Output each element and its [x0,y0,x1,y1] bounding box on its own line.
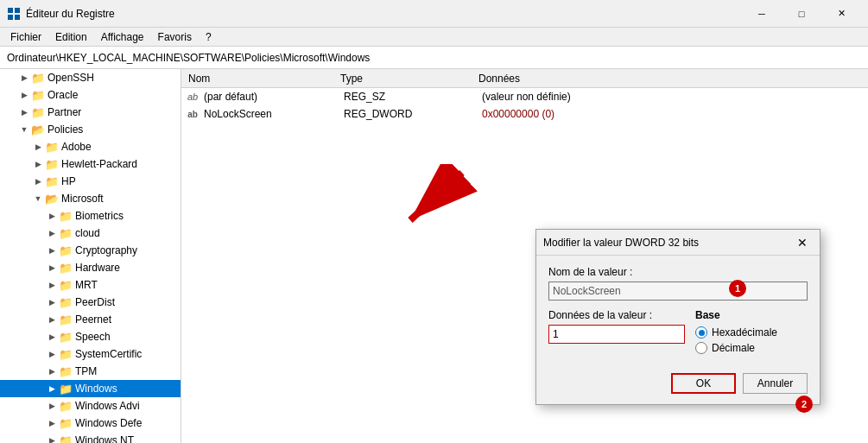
tree-item-windows[interactable]: ▶ 📁 Windows [0,380,181,397]
reg-type-default: REG_SZ [344,91,482,103]
expand-icon: ▶ [45,416,59,430]
tree-item-speech[interactable]: ▶ 📁 Speech [0,328,181,345]
title-bar: Éditeur du Registre ─ □ ✕ [0,0,868,28]
tree-item-hewlett[interactable]: ▶ 📁 Hewlett-Packard [0,155,181,173]
expand-icon: ▶ [45,209,59,223]
tree-item-peerdist[interactable]: ▶ 📁 PeerDist [0,294,181,311]
expand-icon: ▶ [45,313,59,326]
tree-label-hardware: Hardware [75,262,120,274]
expand-icon: ▶ [45,364,59,378]
expand-icon: ▶ [31,174,45,188]
tree-item-mrt[interactable]: ▶ 📁 MRT [0,276,181,294]
right-panel: Nom Type Données ab (par défaut) REG_SZ … [181,69,868,443]
tree-label-speech: Speech [75,331,111,343]
folder-icon: 📁 [45,157,59,171]
expand-icon: ▶ [45,226,59,240]
radio-hex[interactable] [695,326,707,339]
radio-hex-row[interactable]: Hexadécimale [695,326,808,339]
tree-label-windowsdefe: Windows Defe [75,417,142,429]
ok-button[interactable]: OK [671,373,736,394]
expand-icon: ▶ [45,382,59,396]
expand-icon: ▶ [45,347,59,361]
tree-item-hardware[interactable]: ▶ 📁 Hardware [0,259,181,276]
tree-item-cloud[interactable]: ▶ 📁 cloud [0,225,181,242]
radio-hex-label: Hexadécimale [712,326,777,339]
close-button[interactable]: ✕ [821,0,861,28]
reg-icon-sz: ab [185,89,200,104]
expand-icon: ▶ [17,105,31,119]
tree-item-openssh[interactable]: ▶ 📁 OpenSSH [0,69,181,86]
value-input[interactable] [548,325,685,344]
folder-icon: 📁 [31,71,45,85]
tree-item-windowsdefe[interactable]: ▶ 📁 Windows Defe [0,415,181,432]
tree-label-windowsnt: Windows NT [75,434,134,443]
registry-row-nolockscreen[interactable]: ab NoLockScreen REG_DWORD 0x00000000 (0) [181,105,868,123]
tree-item-microsoft[interactable]: ▼ 📂 Microsoft [0,190,181,207]
dialog-body: Nom de la valeur : Données de la valeur … [536,256,820,366]
radio-dec-row[interactable]: Décimale [695,342,808,354]
tree-item-adobe[interactable]: ▶ 📁 Adobe [0,138,181,155]
tree-label-hp: HP [61,175,76,187]
name-input[interactable] [548,282,808,301]
tree-label-windows: Windows [75,383,117,395]
dialog-row: Données de la valeur : Base Hexadécimale… [548,309,808,358]
expand-icon: ▶ [31,140,45,154]
tree-label-openssh: OpenSSH [48,72,94,84]
folder-icon: 📁 [59,434,73,443]
tree-item-windowsadvi[interactable]: ▶ 📁 Windows Advi [0,397,181,415]
expand-icon: ▼ [31,192,45,206]
folder-icon: 📂 [45,192,59,206]
tree-label-hewlett: Hewlett-Packard [61,158,137,170]
folder-icon: 📁 [59,347,73,361]
svg-rect-3 [15,15,20,20]
folder-icon: 📁 [31,88,45,102]
tree-item-oracle[interactable]: ▶ 📁 Oracle [0,86,181,104]
expand-icon: ▶ [17,88,31,102]
tree-label-systemcertific: SystemCertific [75,348,142,360]
registry-row-default[interactable]: ab (par défaut) REG_SZ (valeur non défin… [181,88,868,105]
tree-item-windowsnt[interactable]: ▶ 📁 Windows NT [0,432,181,443]
tree-item-biometrics[interactable]: ▶ 📁 Biometrics [0,207,181,225]
address-path: Ordinateur\HKEY_LOCAL_MACHINE\SOFTWARE\P… [7,52,370,64]
dialog-left: Données de la valeur : [548,309,685,358]
tree-item-tpm[interactable]: ▶ 📁 TPM [0,363,181,380]
tree-item-peernet[interactable]: ▶ 📁 Peernet [0,311,181,328]
menu-help[interactable]: ? [199,29,219,45]
maximize-button[interactable]: □ [782,0,821,28]
col-header-type: Type [340,73,478,85]
dialog-dword: Modifier la valeur DWORD 32 bits ✕ Nom d… [535,229,820,405]
tree-label-microsoft: Microsoft [61,193,104,205]
tree-item-systemcertific[interactable]: ▶ 📁 SystemCertific [0,345,181,363]
dialog-close-button[interactable]: ✕ [792,233,813,252]
menu-affichage[interactable]: Affichage [94,29,151,45]
menu-edition[interactable]: Edition [48,29,94,45]
tree-item-hp[interactable]: ▶ 📁 HP [0,173,181,190]
menu-favoris[interactable]: Favoris [151,29,199,45]
radio-dec[interactable] [695,342,707,354]
svg-rect-2 [8,15,13,20]
reg-data-nolockscreen: 0x00000000 (0) [482,108,554,120]
tree-item-policies[interactable]: ▼ 📂 Policies [0,121,181,138]
expand-icon: ▶ [45,244,59,257]
menu-fichier[interactable]: Fichier [3,29,48,45]
badge-1: 1 [729,280,746,297]
tree-label-peerdist: PeerDist [75,296,115,308]
folder-icon: 📁 [31,105,45,119]
title-bar-buttons: ─ □ ✕ [742,0,861,28]
tree-panel: ▶ 📁 OpenSSH ▶ 📁 Oracle ▶ 📁 Partner ▼ 📂 P… [0,69,181,443]
col-header-data: Données [478,73,865,85]
radio-dec-label: Décimale [712,342,755,354]
reg-data-default: (valeur non définie) [482,91,571,103]
expand-icon: ▶ [45,434,59,443]
tree-label-windowsadvi: Windows Advi [75,400,140,412]
tree-label-tpm: TPM [75,365,97,377]
tree-item-cryptography[interactable]: ▶ 📁 Cryptography [0,242,181,259]
expand-icon: ▶ [17,71,31,85]
address-bar: Ordinateur\HKEY_LOCAL_MACHINE\SOFTWARE\P… [0,47,868,69]
cancel-button[interactable]: Annuler [743,373,808,394]
minimize-button[interactable]: ─ [742,0,782,28]
main-area: ▶ 📁 OpenSSH ▶ 📁 Oracle ▶ 📁 Partner ▼ 📂 P… [0,69,868,443]
svg-rect-1 [15,8,20,13]
title-bar-text: Éditeur du Registre [26,8,742,20]
tree-item-partner[interactable]: ▶ 📁 Partner [0,104,181,121]
